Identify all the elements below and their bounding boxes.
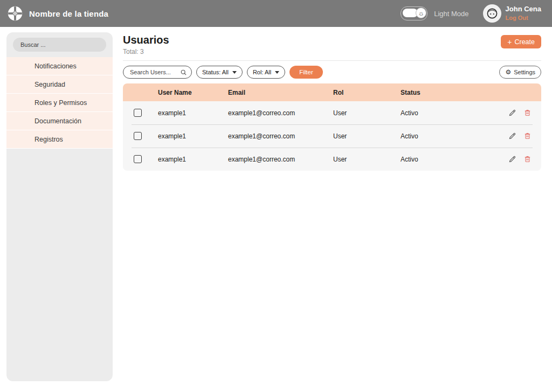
filter-row: Status: All Rol: All Filter ⚙ Settings	[123, 66, 541, 79]
avatar[interactable]	[483, 4, 501, 23]
logout-link[interactable]: Log Out	[506, 14, 541, 22]
column-header-user-name: User Name	[158, 89, 228, 96]
sidebar-search-input[interactable]	[13, 38, 106, 52]
filter-button[interactable]: Filter	[289, 66, 323, 79]
sidebar-item-label: Roles y Permisos	[34, 99, 87, 107]
delete-button[interactable]	[523, 132, 532, 140]
sidebar-item-registros[interactable]: Registros	[6, 130, 113, 149]
main-content: Usuarios Total: 3 + Create Status: All R…	[123, 27, 541, 171]
column-header-rol: Rol	[333, 89, 401, 96]
cell-status: Activo	[401, 109, 503, 117]
column-header-status: Status	[401, 89, 503, 96]
page-title: Usuarios	[123, 34, 169, 46]
sidebar-nav: Inicio Usuarios Configuración global	[6, 57, 113, 149]
total-count: Total: 3	[123, 48, 169, 55]
create-button-label: Create	[514, 38, 535, 46]
sidebar-item-label: Registros	[34, 136, 63, 143]
settings-button[interactable]: ⚙ Settings	[499, 66, 541, 79]
user-name: John Cena	[506, 5, 541, 14]
create-button[interactable]: + Create	[501, 35, 541, 48]
delete-button[interactable]	[523, 155, 532, 163]
edit-button[interactable]	[508, 155, 516, 163]
table-row: example1 example1@correo.com User Activo	[123, 101, 541, 124]
search-icon	[180, 69, 187, 76]
rol-dropdown-value: Rol: All	[253, 69, 271, 75]
sidebar-item-label: Seguridad	[34, 81, 65, 88]
row-checkbox[interactable]	[134, 109, 142, 117]
light-mode-toggle[interactable]: ☼	[401, 6, 427, 20]
cell-user-name: example1	[158, 109, 228, 117]
user-face-icon	[486, 7, 499, 20]
cell-email: example1@correo.com	[228, 156, 333, 163]
sidebar-item-documentacion[interactable]: Documentación	[6, 112, 113, 130]
users-search-field	[123, 66, 192, 79]
light-mode-label: Light Mode	[434, 10, 468, 18]
edit-button[interactable]	[508, 109, 516, 117]
title-block: Usuarios Total: 3	[123, 34, 169, 55]
sidebar-item-label: Documentación	[34, 117, 81, 125]
cell-email: example1@correo.com	[228, 109, 333, 117]
cell-rol: User	[333, 156, 401, 163]
chevron-down-icon	[232, 71, 237, 74]
table-row: example1 example1@correo.com User Activo	[123, 124, 541, 148]
divider	[123, 60, 541, 61]
top-bar: Nombre de la tienda ☼ Light Mode John Ce…	[0, 0, 552, 27]
plus-icon: +	[507, 38, 512, 46]
delete-button[interactable]	[523, 109, 532, 117]
column-header-email: Email	[228, 89, 333, 96]
user-info: John Cena Log Out	[506, 5, 541, 22]
table-row: example1 example1@correo.com User Activo	[123, 148, 541, 171]
title-row: Usuarios Total: 3 + Create	[123, 27, 541, 55]
store-logo-icon	[6, 5, 24, 22]
cell-rol: User	[333, 132, 401, 140]
sun-icon: ☼	[416, 8, 426, 18]
row-checkbox[interactable]	[134, 132, 142, 140]
cell-user-name: example1	[158, 132, 228, 140]
settings-button-label: Settings	[514, 69, 535, 75]
row-checkbox[interactable]	[134, 155, 142, 163]
sidebar: Inicio Usuarios Configuración global	[6, 32, 113, 381]
status-dropdown-value: Status: All	[202, 69, 229, 75]
table-header-row: User Name Email Rol Status	[123, 83, 541, 101]
rol-dropdown[interactable]: Rol: All	[247, 66, 285, 79]
status-dropdown[interactable]: Status: All	[196, 66, 243, 79]
sidebar-item-label: Notificaciones	[34, 62, 77, 70]
users-search-input[interactable]	[129, 68, 180, 76]
cell-rol: User	[333, 109, 401, 117]
cell-email: example1@correo.com	[228, 132, 333, 140]
sidebar-item-notificaciones[interactable]: Notificaciones	[6, 57, 113, 75]
chevron-down-icon	[275, 71, 279, 74]
cell-status: Activo	[401, 132, 503, 140]
cell-user-name: example1	[158, 156, 228, 163]
sidebar-item-roles-y-permisos[interactable]: Roles y Permisos	[6, 94, 113, 112]
cell-status: Activo	[401, 156, 503, 163]
topbar-right: ☼ Light Mode John Cena Log Out	[401, 4, 541, 23]
gear-icon: ⚙	[505, 69, 511, 75]
users-table: User Name Email Rol Status example1 exam…	[123, 83, 541, 171]
store-name: Nombre de la tienda	[29, 9, 108, 18]
sidebar-item-seguridad[interactable]: Seguridad	[6, 75, 113, 94]
edit-button[interactable]	[508, 132, 516, 140]
